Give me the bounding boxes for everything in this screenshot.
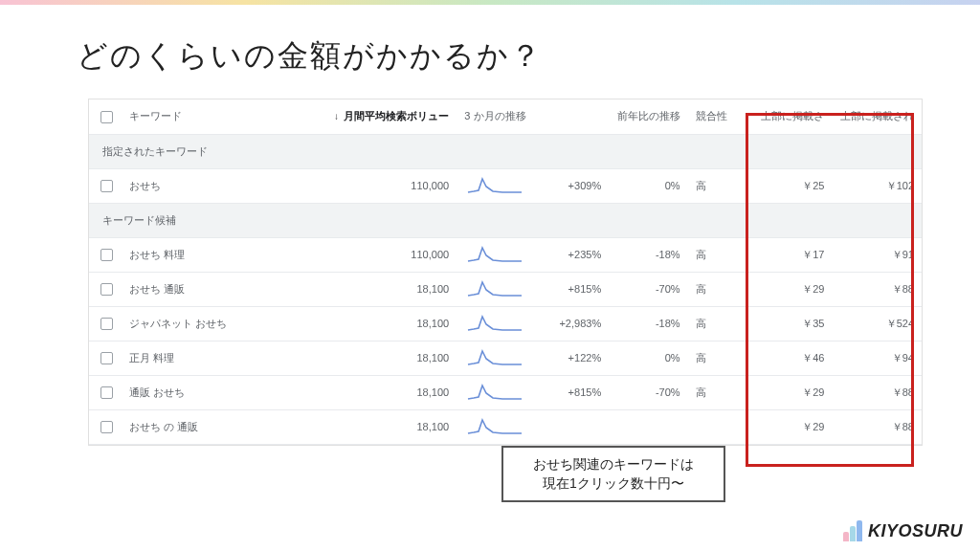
section-header-row: キーワード候補 [89, 203, 922, 237]
cell-competition: 高 [688, 237, 738, 272]
sparkline-icon [466, 414, 523, 437]
cell-bid-high: ￥102 [832, 168, 922, 203]
sparkline-icon [466, 311, 523, 334]
sort-descending-icon: ↓ [334, 111, 339, 121]
cell-bid-low: ￥29 [753, 375, 832, 409]
cell-competition: 高 [688, 306, 738, 341]
cell-yoy-change: -18% [609, 237, 687, 272]
cell-volume: 18,100 [325, 409, 457, 444]
header-checkbox-cell [89, 99, 123, 134]
cell-keyword: 正月 料理 [123, 341, 325, 375]
cell-bid-low: ￥46 [753, 341, 832, 375]
cell-keyword: おせち [123, 168, 325, 203]
brand-logo-icon [843, 520, 864, 541]
select-all-checkbox[interactable] [100, 111, 113, 123]
cell-bid-low: ￥17 [753, 237, 832, 272]
cell-bid-low: ￥29 [753, 409, 832, 444]
header-competition[interactable]: 競合性 [688, 99, 738, 134]
cell-yoy-change: 0% [609, 341, 687, 375]
cell-bid-high: ￥88 [832, 409, 922, 444]
cell-volume: 18,100 [325, 341, 457, 375]
table-row[interactable]: おせち110,000+309%0%高￥25￥102 [89, 168, 922, 203]
cell-3m-change: +235% [534, 237, 609, 272]
cell-bid-high: ￥88 [832, 375, 922, 409]
brand-mark: KIYOSURU [843, 520, 963, 541]
table-row[interactable]: おせち 通販18,100+815%-70%高￥29￥88 [89, 272, 922, 306]
cell-bid-high: ￥524 [832, 306, 922, 341]
header-spacer-3m [534, 99, 609, 134]
cell-volume: 110,000 [325, 168, 457, 203]
brand-text: KIYOSURU [868, 521, 963, 541]
cell-keyword: おせち の 通販 [123, 409, 325, 444]
header-keyword[interactable]: キーワード [123, 99, 325, 134]
row-checkbox[interactable] [100, 318, 113, 330]
cell-volume: 110,000 [325, 237, 457, 272]
cell-sparkline [457, 409, 534, 444]
cell-keyword: ジャパネット おせち [123, 306, 325, 341]
callout-line1: おせち関連のキーワードは [513, 455, 714, 474]
header-trend-3m[interactable]: 3 か月の推移 [457, 99, 534, 134]
cell-competition: 高 [688, 168, 738, 203]
cell-3m-change: +815% [534, 375, 609, 409]
cell-bid-low: ￥25 [753, 168, 832, 203]
cell-yoy-change: 0% [609, 168, 687, 203]
header-spacer [738, 99, 753, 134]
cell-yoy-change: -70% [609, 272, 687, 306]
table-header-row: キーワード ↓ 月間平均検索ボリュー 3 か月の推移 前年比の推移 競合性 上部… [89, 99, 922, 134]
row-checkbox[interactable] [100, 352, 113, 364]
cell-competition [688, 409, 738, 444]
cell-3m-change: +309% [534, 168, 609, 203]
table-row[interactable]: おせち の 通販18,100￥29￥88 [89, 409, 922, 444]
cell-bid-low: ￥29 [753, 272, 832, 306]
annotation-callout: おせち関連のキーワードは 現在1クリック数十円〜 [501, 446, 725, 502]
cell-competition: 高 [688, 375, 738, 409]
sparkline-icon [466, 242, 523, 265]
row-checkbox[interactable] [100, 180, 113, 192]
cell-sparkline [457, 168, 534, 203]
cell-3m-change: +2,983% [534, 306, 609, 341]
cell-keyword: おせち 通販 [123, 272, 325, 306]
header-bid-high[interactable]: 上部に掲載され [832, 99, 922, 134]
table-row[interactable]: 通販 おせち18,100+815%-70%高￥29￥88 [89, 375, 922, 409]
table-row[interactable]: おせち 料理110,000+235%-18%高￥17￥91 [89, 237, 922, 272]
row-checkbox[interactable] [100, 249, 113, 261]
header-bid-low[interactable]: 上部に掲載さ [753, 99, 832, 134]
section-header-row: 指定されたキーワード [89, 134, 922, 168]
page-title: どのくらいの金額がかかるか？ [0, 5, 980, 99]
table-row[interactable]: ジャパネット おせち18,100+2,983%-18%高￥35￥524 [89, 306, 922, 341]
cell-volume: 18,100 [325, 375, 457, 409]
keyword-table-container: キーワード ↓ 月間平均検索ボリュー 3 か月の推移 前年比の推移 競合性 上部… [88, 99, 923, 446]
cell-bid-high: ￥94 [832, 341, 922, 375]
cell-sparkline [457, 306, 534, 341]
sparkline-icon [466, 276, 523, 299]
cell-yoy-change: -70% [609, 375, 687, 409]
cell-3m-change: +815% [534, 272, 609, 306]
cell-yoy-change: -18% [609, 306, 687, 341]
callout-line2: 現在1クリック数十円〜 [513, 474, 714, 494]
sparkline-icon [466, 380, 523, 403]
cell-competition: 高 [688, 341, 738, 375]
keyword-table: キーワード ↓ 月間平均検索ボリュー 3 か月の推移 前年比の推移 競合性 上部… [89, 99, 922, 445]
cell-bid-high: ￥88 [832, 272, 922, 306]
row-checkbox[interactable] [100, 283, 113, 296]
cell-sparkline [457, 272, 534, 306]
cell-yoy-change [609, 409, 687, 444]
row-checkbox[interactable] [100, 386, 113, 399]
cell-sparkline [457, 375, 534, 409]
cell-sparkline [457, 341, 534, 375]
cell-3m-change: +122% [534, 341, 609, 375]
row-checkbox[interactable] [100, 421, 113, 433]
cell-competition: 高 [688, 272, 738, 306]
sparkline-icon [466, 345, 523, 368]
header-yoy[interactable]: 前年比の推移 [609, 99, 687, 134]
cell-keyword: 通販 おせち [123, 375, 325, 409]
header-volume[interactable]: ↓ 月間平均検索ボリュー [325, 99, 457, 134]
cell-keyword: おせち 料理 [123, 237, 325, 272]
cell-sparkline [457, 237, 534, 272]
cell-volume: 18,100 [325, 306, 457, 341]
cell-bid-high: ￥91 [832, 237, 922, 272]
header-volume-label: 月間平均検索ボリュー [344, 110, 449, 121]
table-row[interactable]: 正月 料理18,100+122%0%高￥46￥94 [89, 341, 922, 375]
sparkline-icon [466, 173, 523, 196]
cell-3m-change [534, 409, 609, 444]
